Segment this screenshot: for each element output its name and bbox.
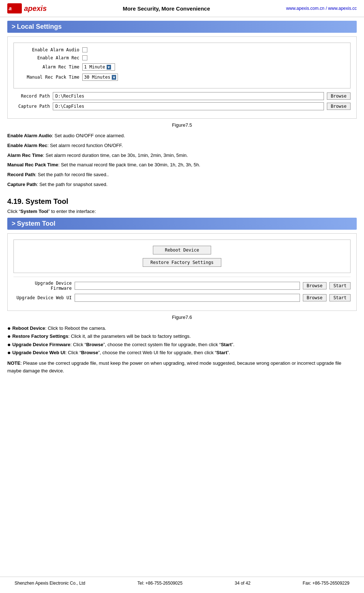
alarm-rec-time-select[interactable]: 1 Minute ▼ bbox=[82, 63, 115, 71]
manual-rec-pack-time-label: Manual Rec Pack Time bbox=[21, 75, 79, 80]
subtext-suffix: ” to enter the interface: bbox=[48, 209, 96, 214]
desc-enable-alarm-rec-label: Enable Alarm Rec bbox=[7, 143, 47, 148]
upgrade-webui-label: Upgrade Device Web UI bbox=[13, 295, 72, 300]
upgrade-webui-browse-button[interactable]: Browse bbox=[303, 294, 327, 301]
bullet-list: ● Reboot Device: Click to Reboot the cam… bbox=[7, 324, 357, 357]
system-tool-frame: Reboot Device Restore Factory Settings U… bbox=[7, 233, 357, 311]
figure75-caption: Figure7.5 bbox=[7, 122, 357, 128]
bullet-upgrade-webui-text: Upgrade Device Web UI: Click “Browse”, c… bbox=[12, 349, 230, 357]
note-content: : Please use the correct upgrade file, m… bbox=[7, 360, 341, 373]
upgrade-firmware-input[interactable] bbox=[75, 282, 300, 290]
brand-name: apexis bbox=[24, 4, 47, 13]
bullet-restore: ● Restore Factory Settings: Click it, al… bbox=[7, 332, 357, 340]
desc-capture-path-label: Capture Path bbox=[7, 182, 37, 187]
desc-enable-alarm-audio-text: : Set audio ON/OFF once alarmed. bbox=[52, 133, 125, 138]
note-text: NOTE: Please use the correct upgrade fil… bbox=[7, 360, 357, 375]
record-path-label: Record Path bbox=[13, 94, 50, 99]
upgrade-section: Upgrade Device Firmware Browse Start Upg… bbox=[13, 277, 351, 302]
apexis-logo-icon: a bbox=[7, 3, 22, 14]
system-tool-bar-arrow: > bbox=[12, 220, 16, 228]
header-tagline: More Security, More Convenience bbox=[47, 5, 286, 12]
note-label: NOTE bbox=[7, 360, 20, 366]
capture-path-label: Capture Path bbox=[13, 104, 50, 109]
page-footer: Shenzhen Apexis Electronic Co., Ltd Tel:… bbox=[0, 577, 364, 586]
bullet-dot-restore: ● bbox=[7, 332, 11, 340]
bullet-reboot-text: Reboot Device: Click to Reboot the camer… bbox=[12, 324, 106, 332]
bullet-dot-upgrade-firmware: ● bbox=[7, 341, 11, 349]
manual-rec-pack-time-row: Manual Rec Pack Time 30 Minutes ▼ bbox=[21, 74, 343, 81]
desc-manual-rec-pack-time-label: Manual Rec Pack Time bbox=[7, 162, 58, 167]
footer-page: 34 of 42 bbox=[235, 581, 250, 586]
system-tool-heading: 4.19. System Tool bbox=[7, 197, 357, 206]
enable-alarm-rec-row: Enable Alarm Rec bbox=[21, 55, 343, 60]
upgrade-webui-start-button[interactable]: Start bbox=[329, 294, 351, 301]
desc-capture-path: Capture Path: Set the path for snapshot … bbox=[7, 181, 357, 189]
enable-alarm-audio-label: Enable Alarm Audio bbox=[21, 47, 79, 52]
footer-tel: Tel: +86-755-26509025 bbox=[138, 581, 183, 586]
upgrade-firmware-label: Upgrade Device Firmware bbox=[13, 281, 72, 291]
capture-path-browse-button[interactable]: Browse bbox=[327, 103, 351, 110]
subtext-bold: System Tool bbox=[20, 209, 48, 214]
alarm-rec-time-arrow: ▼ bbox=[107, 65, 111, 70]
manual-rec-pack-time-arrow: ▼ bbox=[112, 75, 116, 80]
bullet-upgrade-firmware: ● Upgrade Device Firmware: Click “Browse… bbox=[7, 341, 357, 349]
local-settings-bar: > Local Settings bbox=[7, 21, 357, 33]
enable-alarm-rec-checkbox[interactable] bbox=[82, 55, 87, 60]
manual-rec-pack-time-value: 30 Minutes bbox=[84, 75, 110, 80]
bullet-upgrade-firmware-text: Upgrade Device Firmware: Click “Browse”,… bbox=[12, 341, 235, 349]
footer-company: Shenzhen Apexis Electronic Co., Ltd bbox=[15, 581, 85, 586]
reboot-device-button[interactable]: Reboot Device bbox=[153, 246, 211, 254]
record-path-browse-button[interactable]: Browse bbox=[327, 92, 351, 100]
enable-alarm-audio-checkbox[interactable] bbox=[82, 47, 87, 52]
desc-alarm-rec-time-label: Alarm Rec Time bbox=[7, 153, 43, 158]
subtext-prefix: Click “ bbox=[7, 209, 20, 214]
enable-alarm-audio-row: Enable Alarm Audio bbox=[21, 47, 343, 52]
system-tool-bar: > System Tool bbox=[7, 218, 357, 230]
restore-factory-settings-button[interactable]: Restore Factory Settings bbox=[143, 258, 221, 267]
upgrade-firmware-browse-button[interactable]: Browse bbox=[303, 282, 327, 289]
bullet-upgrade-webui: ● Upgrade Device Web UI: Click “Browse”,… bbox=[7, 349, 357, 357]
local-settings-frame: Enable Alarm Audio Enable Alarm Rec Alar… bbox=[7, 36, 357, 119]
bullet-dot-upgrade-webui: ● bbox=[7, 349, 11, 357]
section-bar-arrow: > bbox=[12, 23, 16, 31]
desc-enable-alarm-audio-label: Enable Alarm Audio bbox=[7, 133, 52, 138]
desc-enable-alarm-audio: Enable Alarm Audio: Set audio ON/OFF onc… bbox=[7, 132, 357, 140]
desc-manual-rec-pack-time: Manual Rec Pack Time: Set the manual rec… bbox=[7, 161, 357, 169]
alarm-rec-time-value: 1 Minute bbox=[84, 64, 105, 70]
desc-alarm-rec-time-text: : Set alarm record duration time, can be… bbox=[43, 153, 188, 158]
system-tool-inner: Reboot Device Restore Factory Settings bbox=[13, 240, 351, 273]
link-apexis-cn[interactable]: www.apexis.com.cn bbox=[286, 6, 324, 11]
bullet-dot-reboot: ● bbox=[7, 324, 11, 332]
desc-capture-path-text: : Set the path for snapshot saved. bbox=[37, 182, 107, 187]
record-path-row: Record Path Browse bbox=[13, 92, 351, 100]
figure76-caption: Figure7.6 bbox=[7, 315, 357, 320]
capture-path-row: Capture Path Browse bbox=[13, 102, 351, 110]
footer-fax: Fax: +86-755-26509229 bbox=[303, 581, 349, 586]
link-apexis-cc[interactable]: www.apexis.cc bbox=[328, 6, 357, 11]
header-links: www.apexis.com.cn / www.apexis.cc bbox=[286, 6, 357, 11]
manual-rec-pack-time-select[interactable]: 30 Minutes ▼ bbox=[82, 74, 118, 81]
desc-record-path: Record Path: Set the path for record fil… bbox=[7, 171, 357, 179]
system-tool-subtext: Click “System Tool” to enter the interfa… bbox=[7, 209, 357, 214]
local-settings-inner: Enable Alarm Audio Enable Alarm Rec Alar… bbox=[13, 43, 351, 88]
desc-enable-alarm-rec: Enable Alarm Rec: Set alarm record funct… bbox=[7, 142, 357, 150]
desc-manual-rec-pack-time-text: : Set the manual record file pack time, … bbox=[58, 162, 200, 167]
upgrade-webui-input[interactable] bbox=[75, 294, 300, 302]
record-path-input[interactable] bbox=[53, 92, 324, 100]
desc-record-path-text: : Set the path for record file saved.. bbox=[35, 172, 109, 177]
svg-text:a: a bbox=[9, 5, 12, 11]
logo-area: a apexis bbox=[7, 3, 47, 14]
page-header: a apexis More Security, More Convenience… bbox=[0, 0, 364, 17]
desc-record-path-label: Record Path bbox=[7, 172, 35, 177]
bullet-reboot: ● Reboot Device: Click to Reboot the cam… bbox=[7, 324, 357, 332]
upgrade-firmware-start-button[interactable]: Start bbox=[329, 282, 351, 289]
desc-alarm-rec-time: Alarm Rec Time: Set alarm record duratio… bbox=[7, 152, 357, 159]
bullet-restore-text: Restore Factory Settings: Click it, all … bbox=[12, 332, 191, 340]
desc-enable-alarm-rec-text: : Set alarm record function ON/OFF. bbox=[47, 143, 123, 148]
enable-alarm-rec-label: Enable Alarm Rec bbox=[21, 55, 79, 60]
system-tool-bar-title: System Tool bbox=[17, 220, 56, 228]
local-settings-title: Local Settings bbox=[17, 23, 62, 31]
alarm-rec-time-label: Alarm Rec Time bbox=[21, 64, 79, 70]
capture-path-input[interactable] bbox=[53, 102, 324, 110]
upgrade-firmware-row: Upgrade Device Firmware Browse Start bbox=[13, 281, 351, 291]
